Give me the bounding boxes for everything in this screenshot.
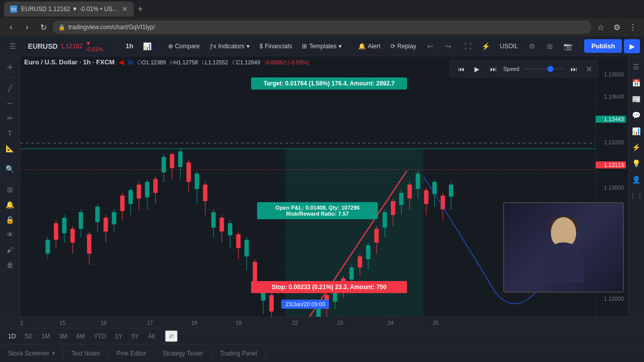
svg-rect-47: [170, 154, 175, 168]
trading-panel-tab[interactable]: Trading Panel: [212, 346, 266, 361]
text-tool[interactable]: T: [2, 126, 18, 140]
address-bar[interactable]: 🔒 tradingview.com/chart/GqVI1lyp/: [52, 21, 592, 34]
svg-rect-59: [219, 218, 224, 231]
url-text: tradingview.com/chart/GqVI1lyp/: [68, 24, 155, 31]
pine-editor-tab[interactable]: Pine Editor: [109, 346, 155, 361]
price-label: 1.13640: [596, 94, 626, 100]
new-tab-button[interactable]: +: [138, 4, 143, 15]
horizontal-line-tool[interactable]: ─: [2, 96, 18, 110]
browser-chrome: TV EURUSD 1.12162 ▼ -0.01% • US... ✕ +: [0, 0, 644, 18]
replay-prev-button[interactable]: ⏮: [455, 63, 467, 75]
time-label-23: 23: [337, 320, 343, 326]
publish-button[interactable]: Publish: [584, 39, 622, 53]
alert-button[interactable]: 🔔 Alert: [354, 41, 384, 52]
tf-3m-button[interactable]: 3M: [55, 331, 71, 341]
tf-ytd-button[interactable]: YTD: [90, 331, 110, 341]
trend-line-tool[interactable]: ╱: [2, 81, 18, 95]
compare-button[interactable]: ⊕ Compare: [164, 41, 204, 52]
svg-rect-95: [382, 212, 387, 228]
stock-screener-tab[interactable]: Stock Screener ▾: [0, 346, 63, 361]
draw-tool[interactable]: ✏: [2, 111, 18, 125]
speed-slider[interactable]: [523, 68, 564, 70]
chat-button[interactable]: 💬: [630, 109, 643, 122]
measure-tool[interactable]: 📐: [2, 141, 18, 155]
date-tooltip-text: 23/Jan/20 09:00: [285, 301, 325, 307]
svg-rect-97: [391, 201, 395, 215]
zoom-tool[interactable]: 🔍: [2, 162, 18, 176]
bookmark-button[interactable]: ☆: [594, 20, 608, 34]
compare-tf-button[interactable]: ⇄: [165, 330, 178, 342]
financials-button[interactable]: $ Financials: [256, 41, 296, 52]
layout-button[interactable]: ⊞: [542, 39, 558, 53]
fullscreen-button[interactable]: ⛶: [460, 39, 476, 53]
svg-rect-89: [358, 256, 362, 267]
lock-button[interactable]: 🔒: [2, 213, 18, 227]
refresh-button[interactable]: ↻: [36, 20, 50, 34]
alerts-right-button[interactable]: ⚡: [630, 141, 643, 154]
live-button[interactable]: ▶: [624, 39, 640, 53]
tf-1d-button[interactable]: 1D: [4, 331, 20, 341]
undo-button[interactable]: ↩: [422, 39, 438, 53]
text-notes-tab[interactable]: Text Notes: [63, 346, 109, 361]
indicators-button[interactable]: ƒx Indicators ▾: [206, 41, 254, 52]
crosshair-tool[interactable]: ✛: [2, 60, 18, 74]
watchlist-button[interactable]: ☰: [630, 60, 643, 73]
redo-button[interactable]: ↪: [440, 39, 456, 53]
price-change: -0.00562 (-0.59%): [264, 59, 309, 65]
tf-5d-button[interactable]: 5D: [21, 331, 36, 341]
orders-button[interactable]: 📊: [630, 125, 643, 138]
alerts-list-button[interactable]: 🔔: [2, 198, 18, 212]
calendar-button[interactable]: 📅: [630, 76, 643, 89]
ohlc-data: OO1.12389 HH1.12758 LL1.12552 CC1.12849 …: [137, 59, 309, 65]
brush-button[interactable]: 🖌: [2, 243, 18, 257]
candlestick-type-button[interactable]: 📊: [139, 39, 155, 53]
svg-rect-71: [269, 295, 274, 312]
replay-end-button[interactable]: ⏭: [568, 63, 580, 75]
screenshot-button[interactable]: 📷: [560, 39, 576, 53]
news-button[interactable]: 📰: [630, 93, 643, 106]
watch-list-button[interactable]: ⊞: [2, 183, 18, 197]
svg-rect-27: [87, 234, 92, 253]
replay-play-button[interactable]: ▶: [471, 63, 483, 75]
alert-list-button[interactable]: ⚡: [478, 39, 494, 53]
strategy-tester-tab[interactable]: Strategy Tester: [154, 346, 211, 361]
menu-icon[interactable]: ☰: [4, 39, 22, 53]
svg-rect-53: [195, 173, 199, 189]
tf-all-button[interactable]: All: [144, 331, 158, 341]
replay-button[interactable]: ⟳ Replay: [386, 41, 420, 52]
tf-6m-button[interactable]: 6M: [72, 331, 89, 341]
trash-button[interactable]: 🗑: [2, 258, 18, 272]
browser-tab[interactable]: TV EURUSD 1.12162 ▼ -0.01% • US... ✕: [4, 2, 134, 17]
current-price-label: 1.13119: [596, 161, 626, 168]
usoil-button[interactable]: USOIL: [496, 41, 522, 52]
menu-button[interactable]: ⋮: [626, 20, 640, 34]
main-chart[interactable]: Euro / U.S. Dollar · 1h · FXCM ◀ ⊙ OO1.1…: [20, 56, 628, 317]
stop-text: Stop: 0.00233 (0.21%) 23.3, Amount: 750: [272, 284, 386, 291]
profile-button[interactable]: 👤: [630, 173, 643, 186]
symbol-selector[interactable]: EURUSD 1.12162 ▼ -0.01%: [24, 38, 113, 54]
back-button[interactable]: ‹: [4, 20, 18, 34]
chart-area: ✛ ╱ ─ ✏ T 📐 🔍 ⊞ 🔔 🔒 👁 🖌 🗑 Euro / U.S. Do…: [0, 56, 644, 317]
ideas-button[interactable]: 💡: [630, 157, 643, 170]
templates-label: Templates: [309, 43, 337, 50]
pnl-box: Open P&L: 0.01408, Qty: 107296 Risk/Rewa…: [257, 202, 378, 219]
timeframe-selector[interactable]: 1h: [122, 40, 137, 52]
right-toolbar: ☰ 📅 📰 💬 📊 ⚡ 💡 👤 ⋮⋮: [628, 56, 644, 317]
expand-button[interactable]: ⋮⋮: [630, 189, 643, 202]
pnl-line1: Open P&L: 0.01408, Qty: 107296: [262, 205, 373, 211]
symbol-price: 1.12162: [61, 43, 83, 50]
replay-close-button[interactable]: ✕: [586, 64, 592, 74]
separator: [350, 41, 350, 51]
tf-5y-button[interactable]: 5Y: [127, 331, 143, 341]
compare-label: Compare: [175, 43, 200, 50]
tf-1y-button[interactable]: 1Y: [111, 331, 127, 341]
tf-1m-button[interactable]: 1M: [38, 331, 54, 341]
forward-button[interactable]: ›: [20, 20, 34, 34]
extensions-button[interactable]: ⚙: [610, 20, 624, 34]
settings-button[interactable]: ⚙: [524, 39, 540, 53]
templates-button[interactable]: ⊞ Templates ▾: [298, 41, 346, 52]
replay-next-button[interactable]: ⏭: [487, 63, 499, 75]
tab-close-button[interactable]: ✕: [122, 5, 128, 13]
separator: [159, 41, 160, 51]
eye-button[interactable]: 👁: [2, 228, 18, 242]
